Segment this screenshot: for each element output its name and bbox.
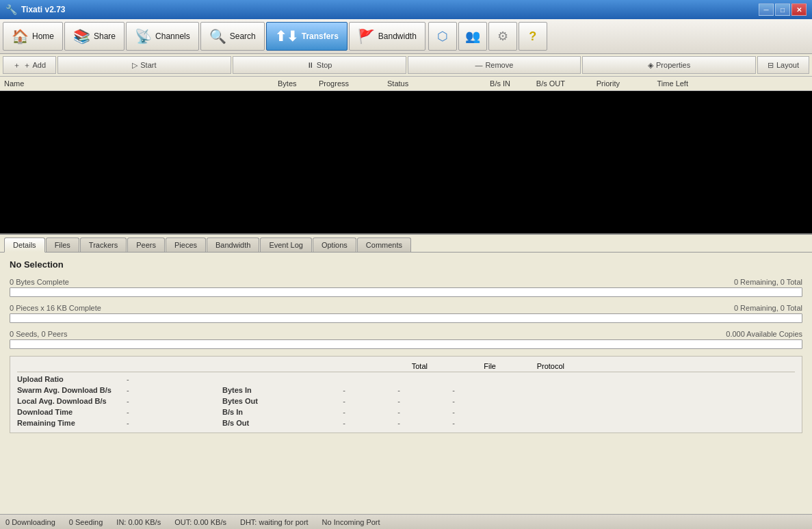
app-icon: 🔧 xyxy=(5,4,17,15)
seeds-peers-right: 0.000 Available Copies xyxy=(726,330,802,338)
stop-label: Stop xyxy=(317,61,332,69)
tab-details[interactable]: Details xyxy=(4,237,45,253)
upload-ratio-label: Upload Ratio xyxy=(17,375,127,383)
nav-search-button[interactable]: 🔍 Search xyxy=(200,22,265,51)
home-icon: 🏠 xyxy=(12,29,29,43)
tab-files[interactable]: Files xyxy=(46,237,79,252)
tab-trackers[interactable]: Trackers xyxy=(80,237,127,252)
col-header-bytes: Bytes xyxy=(278,79,319,88)
titlebar: 🔧 Tixati v2.73 ─ □ ✕ xyxy=(0,0,812,19)
add-label: ＋ Add xyxy=(23,60,46,70)
bsout-label: B/s Out xyxy=(222,419,291,427)
stats-col-total: Total xyxy=(359,362,428,370)
stats-col-protocol: Protocol xyxy=(496,362,564,370)
bsin-label: B/s In xyxy=(222,408,291,416)
bytes-in-label: Bytes In xyxy=(222,386,291,394)
local-avg-label: Local Avg. Download B/s xyxy=(17,397,127,405)
minimize-button[interactable]: ─ xyxy=(759,3,774,16)
action-bar: ＋ ＋ Add ▷ Start ⏸ Stop — Remove ◈ Proper… xyxy=(0,54,812,77)
col-header-bsin: B/s IN xyxy=(456,79,510,88)
col-header-bsout: B/s OUT xyxy=(510,79,565,88)
bytes-complete-right: 0 Remaining, 0 Total xyxy=(734,278,802,286)
peers-icon-button[interactable]: ⬡ xyxy=(428,22,457,51)
seeds-peers-left: 0 Seeds, 0 Peers xyxy=(10,330,67,338)
layout-label: Layout xyxy=(776,61,799,69)
nav-channels-button[interactable]: 📡 Channels xyxy=(126,22,199,51)
help-icon-button[interactable]: ? xyxy=(519,22,547,51)
peers-network-icon: ⬡ xyxy=(437,29,448,44)
col-header-timeleft: Time Left xyxy=(620,79,688,88)
properties-label: Properties xyxy=(656,61,690,69)
bytes-out-protocol: - xyxy=(400,397,455,405)
tab-eventlog[interactable]: Event Log xyxy=(260,237,312,252)
main-toolbar: 🏠 Home 📚 Share 📡 Channels 🔍 Search ⬆⬇ Tr… xyxy=(0,19,812,54)
transfer-list[interactable] xyxy=(0,91,812,235)
detail-tabs: Details Files Trackers Peers Pieces Band… xyxy=(0,235,812,253)
share-label: Share xyxy=(94,31,116,41)
nav-bandwidth-button[interactable]: 🚩 Bandwidth xyxy=(349,22,425,51)
bytes-in-protocol: - xyxy=(400,386,455,394)
downloading-status: 0 Downloading xyxy=(5,518,55,526)
seeds-peers-section: 0 Seeds, 0 Peers 0.000 Available Copies xyxy=(10,330,802,349)
stats-row-download-time: Download Time - B/s In - - - xyxy=(17,407,795,417)
col-header-priority: Priority xyxy=(565,79,620,88)
seeds-peers-labels: 0 Seeds, 0 Peers 0.000 Available Copies xyxy=(10,330,802,338)
stop-button[interactable]: ⏸ Stop xyxy=(233,56,406,74)
stats-col-file: File xyxy=(428,362,496,370)
col-header-status: Status xyxy=(387,79,456,88)
tab-comments[interactable]: Comments xyxy=(357,237,411,252)
home-label: Home xyxy=(32,31,54,41)
close-button[interactable]: ✕ xyxy=(791,3,807,16)
stats-row-remaining-time: Remaining Time - B/s Out - - - xyxy=(17,417,795,428)
pieces-complete-right: 0 Remaining, 0 Total xyxy=(734,304,802,312)
remove-label: Remove xyxy=(485,61,513,69)
search-label: Search xyxy=(230,31,256,41)
bytes-in-total: - xyxy=(291,386,345,394)
nav-home-button[interactable]: 🏠 Home xyxy=(3,22,63,51)
upload-ratio-value: - xyxy=(127,375,181,383)
col-header-progress: Progress xyxy=(319,79,387,88)
remove-button[interactable]: — Remove xyxy=(408,56,581,74)
add-button[interactable]: ＋ ＋ Add xyxy=(3,56,56,74)
properties-icon: ◈ xyxy=(648,61,653,70)
users-icon: 👥 xyxy=(465,29,480,44)
users-icon-button[interactable]: 👥 xyxy=(458,22,487,51)
nav-transfers-button[interactable]: ⬆⬇ Transfers xyxy=(266,22,348,51)
col-header-name: Name xyxy=(4,79,278,88)
table-header: Name Bytes Progress Status B/s IN B/s OU… xyxy=(0,77,812,91)
stats-header: Total File Protocol xyxy=(17,361,795,372)
start-button[interactable]: ▷ Start xyxy=(57,56,231,74)
layout-button[interactable]: ⊟ Layout xyxy=(757,56,809,74)
bandwidth-label: Bandwidth xyxy=(378,31,417,41)
nav-share-button[interactable]: 📚 Share xyxy=(64,22,125,51)
tab-pieces[interactable]: Pieces xyxy=(166,237,206,252)
bsout-total: - xyxy=(291,419,345,427)
settings-icon-button[interactable]: ⚙ xyxy=(488,22,517,51)
no-selection-label: No Selection xyxy=(10,259,802,270)
start-icon: ▷ xyxy=(132,61,137,70)
stats-row-swarm-avg: Swarm Avg. Download B/s - Bytes In - - - xyxy=(17,385,795,396)
bytes-out-file: - xyxy=(345,397,400,405)
bsout-protocol: - xyxy=(400,419,455,427)
bsin-protocol: - xyxy=(400,408,455,416)
tab-peers[interactable]: Peers xyxy=(127,237,165,252)
channels-label: Channels xyxy=(155,31,190,41)
swarm-avg-value: - xyxy=(127,386,181,394)
app-title: Tixati v2.73 xyxy=(21,5,66,14)
tab-options[interactable]: Options xyxy=(313,237,356,252)
bytes-out-total: - xyxy=(291,397,345,405)
gear-icon: ⚙ xyxy=(497,29,508,44)
start-label: Start xyxy=(140,61,156,69)
properties-button[interactable]: ◈ Properties xyxy=(582,56,756,74)
tab-bandwidth[interactable]: Bandwidth xyxy=(207,237,259,252)
stats-table: Total File Protocol Upload Ratio - Swarm… xyxy=(10,356,802,433)
download-time-label: Download Time xyxy=(17,408,127,416)
bytes-in-file: - xyxy=(345,386,400,394)
transfers-icon: ⬆⬇ xyxy=(275,29,298,43)
dht-status: DHT: waiting for port xyxy=(240,518,309,526)
seeding-status: 0 Seeding xyxy=(69,518,103,526)
pieces-complete-left: 0 Pieces x 16 KB Complete xyxy=(10,304,101,312)
maximize-button[interactable]: □ xyxy=(775,3,790,16)
app-container: 🏠 Home 📚 Share 📡 Channels 🔍 Search ⬆⬇ Tr… xyxy=(0,19,812,529)
pieces-progress-bar xyxy=(10,313,802,323)
